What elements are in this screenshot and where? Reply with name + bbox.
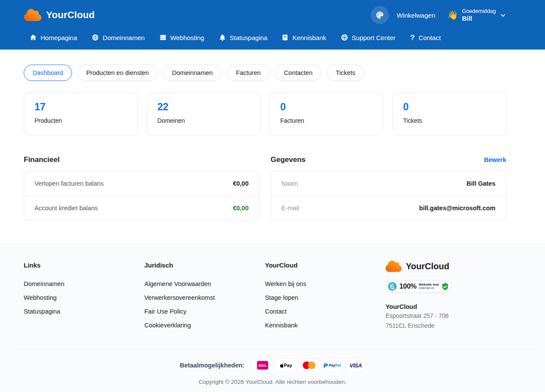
footer-link-cookieverklaring[interactable]: Cookieverklaring [144,322,191,329]
financial-section: Financieel Verlopen facturen balans €0,0… [24,155,260,221]
cloud-logo-icon [385,260,402,273]
dashboard-tabs: Dashboard Producten en diensten Domeinna… [24,65,506,81]
nav-item-kennisbank[interactable]: Kennisbank [282,34,326,41]
footer-link-werken-bij-ons[interactable]: Werken bij ons [265,280,307,287]
nav-item-statuspagina[interactable]: Statuspagina [219,34,268,41]
tab-tickets[interactable]: Tickets [327,65,364,81]
footer-column-juridisch: Juridisch Algemene Voorwaarden Verwerker… [144,261,265,334]
footer-column-title: Juridisch [144,261,265,269]
nav-item-webhosting[interactable]: Webhosting [160,34,204,41]
life-ring-icon [341,34,348,41]
footer-column-links: Links Domeinnamen Webhosting Statuspagin… [24,261,144,334]
details-title: Gegevens [271,156,306,164]
financial-row-credit: Account krediet balans €0,00 [24,196,259,220]
footer-brand-logo[interactable]: YourCloud [385,260,506,273]
row-label: Account krediet balans [34,205,98,212]
stat-label: Tickets [403,117,495,124]
brand-name: YourCloud [46,9,95,21]
stat-label: Facturen [280,117,373,124]
stat-label: Domeinen [157,117,250,124]
details-row-email: E-mail bill.gates@microsoft.com [271,196,506,220]
stat-card-tickets[interactable]: 0 Tickets [392,92,506,135]
chevron-down-icon [500,12,506,19]
copyright-text: Copyright © 2026 YourCloud. Alle rechten… [0,379,545,385]
nav-item-homepagina[interactable]: Homepagina [30,34,77,41]
paypal-icon: PPayPal [323,359,342,372]
stat-cards: 17 Producten 22 Domeinen 0 Facturen 0 Ti… [24,92,506,135]
stat-value: 0 [280,102,373,112]
greeting-text: Goedemiddag [462,8,496,14]
ideal-icon: iDEAL [253,359,272,372]
stat-label: Producten [34,117,127,124]
address-street: Espoortstraat 257 - 706 [385,311,506,320]
apple-pay-icon: Pay [276,359,295,372]
edit-details-link[interactable]: Bewerk [484,156,506,163]
mastercard-icon [300,359,319,372]
stat-card-domeinen[interactable]: 22 Domeinen [147,92,260,135]
financial-row-overdue: Verlopen facturen balans €0,00 [24,171,259,196]
tab-facturen[interactable]: Facturen [227,65,269,81]
details-row-name: Naam Bill Gates [271,171,506,196]
row-label: Verlopen facturen balans [34,180,103,187]
address-name: YourCloud [385,303,506,310]
row-value: bill.gates@microsoft.com [419,205,495,212]
bell-icon [219,34,226,41]
stat-card-facturen[interactable]: 0 Facturen [269,92,383,135]
cart-link[interactable]: Winkelwagen [397,12,435,19]
tab-dashboard[interactable]: Dashboard [24,65,72,81]
footer-link-algemene-voorwaarden[interactable]: Algemene Voorwaarden [144,280,211,287]
tab-producten-en-diensten[interactable]: Producten en diensten [77,65,158,81]
stat-value: 22 [157,102,250,112]
nav-item-support-center[interactable]: Support Center [341,34,396,41]
footer-link-webhosting[interactable]: Webhosting [24,294,56,301]
header: YourCloud Winkelwagen 👋 Goedemiddag Bill [0,0,545,50]
address-city: 7511CL Enschede [385,321,506,330]
financial-card: Verlopen facturen balans €0,00 Account k… [24,171,260,221]
home-icon [30,34,37,41]
row-value: Bill Gates [467,180,495,187]
nav-item-contact[interactable]: ? Contact [410,34,441,41]
footer-column-brand: YourCloud 100% Website test Inte [385,261,506,334]
row-label: Naam [282,180,298,187]
footer-link-stage-lopen[interactable]: Stage lopen [265,294,298,301]
footer-column-title: Links [24,261,144,269]
globe-icon [92,34,99,41]
book-icon [282,34,288,41]
user-name: Bill [462,15,496,22]
footer-link-verwerkersovereenkomst[interactable]: Verwerkersovereenkomst [144,294,215,301]
brand-name: YourCloud [406,261,449,271]
details-section: Gegevens Bewerk Naam Bill Gates E-mail b… [271,155,507,221]
visa-icon: VISA [346,359,365,372]
footer-link-statuspagina[interactable]: Statuspagina [24,308,60,315]
badge-line2: Internet.nl [419,286,439,290]
theme-button[interactable] [371,6,389,24]
footer-address: YourCloud Espoortstraat 257 - 706 7511CL… [385,303,506,330]
apple-icon [280,363,284,368]
footer-link-contact[interactable]: Contact [265,308,287,315]
user-menu[interactable]: 👋 Goedemiddag Bill [448,8,507,22]
details-card: Naam Bill Gates E-mail bill.gates@micros… [271,171,507,221]
payments-label: Betaalmogelijkheden: [180,362,244,369]
financial-title: Financieel [24,156,60,164]
payment-methods: Betaalmogelijkheden: iDEAL Pay PPayPal V… [0,349,545,372]
question-icon: ? [410,34,414,41]
main-nav: Homepagina Domeinnamen Webhosting St [24,28,506,47]
wave-emoji: 👋 [448,10,458,20]
row-label: E-mail [282,205,299,212]
magnifier-icon [388,282,397,291]
stat-value: 17 [34,102,127,112]
nav-item-domeinnamen[interactable]: Domeinnamen [92,34,145,41]
shield-check-icon [441,283,449,291]
stat-value: 0 [403,102,495,112]
main-content: Dashboard Producten en diensten Domeinna… [24,65,506,221]
footer-link-kennisbank[interactable]: Kennisbank [265,322,298,329]
website-test-badge[interactable]: 100% Website test Internet.nl [385,280,452,293]
stat-card-producten[interactable]: 17 Producten [24,92,138,135]
tab-domeinnamen[interactable]: Domeinnamen [163,65,222,81]
footer-link-domeinnamen[interactable]: Domeinnamen [24,280,64,287]
row-value: €0,00 [233,180,248,187]
tab-contacten[interactable]: Contacten [275,65,322,81]
footer-link-fair-use-policy[interactable]: Fair Use Policy [144,308,187,315]
row-value: €0,00 [233,205,248,212]
brand-logo[interactable]: YourCloud [24,8,95,22]
